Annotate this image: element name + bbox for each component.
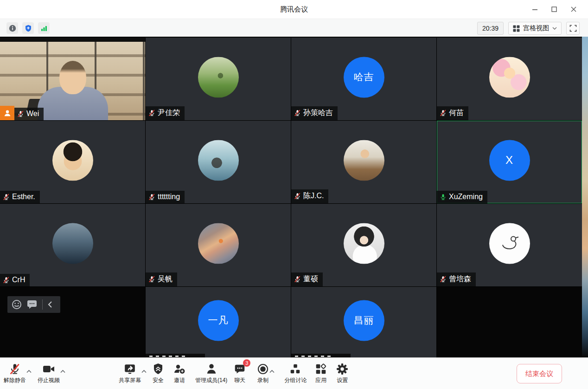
breakout-rooms-label: 分组讨论 xyxy=(284,376,307,384)
apps-label: 应用 xyxy=(315,376,326,384)
share-screen-button[interactable]: 共享屏幕 xyxy=(119,358,141,384)
title-bar: 腾讯会议 xyxy=(0,0,588,19)
video-options-caret[interactable] xyxy=(60,358,66,376)
participant-name: 尹佳荣 xyxy=(158,108,180,118)
participant-name: Esther. xyxy=(12,193,35,201)
fullscreen-button[interactable] xyxy=(566,22,580,35)
video-tile-self-black[interactable] xyxy=(0,287,145,357)
mic-muted-icon xyxy=(294,193,301,200)
unmute-options-caret[interactable] xyxy=(26,358,32,376)
security-level-button[interactable] xyxy=(22,22,34,34)
security-button[interactable]: 安全 xyxy=(153,358,164,384)
share-screen-label: 共享屏幕 xyxy=(119,376,141,384)
mic-muted-icon xyxy=(440,276,447,283)
chat-button[interactable]: 3 聊天 xyxy=(234,358,246,384)
close-button[interactable] xyxy=(564,0,583,19)
status-bar: 20:39 宫格视图 xyxy=(0,19,588,37)
breakout-rooms-button[interactable]: 分组讨论 xyxy=(284,358,307,384)
mic-muted-icon xyxy=(17,110,24,117)
security-icon xyxy=(153,363,164,375)
video-tile[interactable]: 董硕 xyxy=(291,204,436,286)
unmute-button[interactable]: 解除静音 xyxy=(4,358,26,384)
participant-name: XuZeming xyxy=(449,193,483,201)
avatar xyxy=(198,57,239,97)
video-tile[interactable]: 吴帆 xyxy=(146,204,291,286)
participant-nameplate: 何苗 xyxy=(437,106,468,120)
security-shield-icon xyxy=(25,25,32,32)
emoji-icon[interactable] xyxy=(12,299,22,310)
video-tile[interactable]: 哈吉 孙策哈吉 xyxy=(291,38,436,120)
avatar xyxy=(344,140,384,181)
chevron-down-icon xyxy=(552,27,557,30)
participant-nameplate: XuZeming xyxy=(437,191,487,203)
meeting-toolbar: 解除静音 停止视频 共享屏幕 xyxy=(0,357,588,389)
video-tile[interactable]: CrH xyxy=(0,204,145,286)
maximize-button[interactable] xyxy=(544,0,564,19)
video-grid: Wei 尹佳荣 哈吉 孙策哈吉 何苗 Esther. xyxy=(0,37,582,357)
avatar-initials: 哈吉 xyxy=(344,57,384,97)
video-tile[interactable]: tttttting xyxy=(146,121,291,203)
invite-button[interactable]: 邀请 xyxy=(173,358,186,384)
chat-label: 聊天 xyxy=(234,376,245,384)
participant-nameplate: 尹佳荣 xyxy=(146,106,185,120)
participant-nameplate: 吴帆 xyxy=(146,272,177,286)
record-label: 录制 xyxy=(257,376,268,384)
video-tile[interactable]: 陈J.C. xyxy=(291,121,436,203)
mic-muted-icon xyxy=(294,276,301,283)
end-meeting-button[interactable]: 结束会议 xyxy=(517,364,562,383)
avatar xyxy=(52,223,93,264)
record-options-caret[interactable] xyxy=(269,358,275,376)
window-controls xyxy=(525,0,583,19)
video-tile[interactable]: Esther. xyxy=(0,121,145,203)
video-tile[interactable]: 何苗 xyxy=(437,38,582,120)
participant-name: 何苗 xyxy=(449,108,464,118)
video-tile[interactable]: 昌丽 xyxy=(291,287,436,357)
camera-icon xyxy=(42,363,55,375)
share-options-caret[interactable] xyxy=(141,358,147,376)
stop-video-button[interactable]: 停止视频 xyxy=(38,358,60,384)
unmute-label: 解除静音 xyxy=(4,376,26,384)
share-screen-icon xyxy=(124,363,136,375)
minimize-button[interactable] xyxy=(525,0,544,19)
manage-members-button[interactable]: 管理成员(14) xyxy=(195,358,227,384)
record-button[interactable]: 录制 xyxy=(257,358,269,384)
participant-name: tttttting xyxy=(158,193,180,201)
maximize-icon xyxy=(551,6,557,12)
video-tile[interactable]: 尹佳荣 xyxy=(146,38,291,120)
participant-nameplate-cutoff xyxy=(291,354,351,357)
chat-bubble-icon[interactable] xyxy=(27,300,37,309)
settings-label: 设置 xyxy=(337,376,348,384)
avatar xyxy=(52,140,93,181)
collapse-left-icon[interactable] xyxy=(48,301,52,308)
window-title: 腾讯会议 xyxy=(280,5,308,14)
avatar xyxy=(344,223,384,264)
video-tile-speaking[interactable]: X XuZeming xyxy=(437,121,582,203)
settings-button[interactable]: 设置 xyxy=(336,358,348,384)
video-tile[interactable]: 曾培森 xyxy=(437,204,582,286)
participant-nameplate: CrH xyxy=(0,274,30,286)
video-tile[interactable]: 一凡 xyxy=(146,287,291,357)
meeting-info-icon xyxy=(9,25,16,32)
mic-muted-icon xyxy=(148,110,155,117)
mic-muted-icon xyxy=(440,110,447,117)
video-tile-empty[interactable] xyxy=(437,287,582,357)
meeting-info-button[interactable] xyxy=(6,22,18,34)
layout-view-button[interactable]: 宫格视图 xyxy=(508,22,562,35)
mic-muted-icon xyxy=(148,194,155,201)
avatar xyxy=(198,140,239,181)
participant-name: Wei xyxy=(26,110,39,118)
reaction-quick-bar xyxy=(7,296,60,313)
invite-label: 邀请 xyxy=(174,376,185,384)
status-left-icons xyxy=(6,22,50,34)
video-tile-wei[interactable]: Wei xyxy=(0,38,145,120)
meeting-timer: 20:39 xyxy=(477,22,504,35)
network-signal-button[interactable] xyxy=(38,22,50,34)
mic-muted-icon xyxy=(3,277,10,284)
network-signal-icon xyxy=(40,25,48,32)
invite-icon xyxy=(173,363,186,375)
manage-members-label: 管理成员(14) xyxy=(195,376,227,384)
apps-button[interactable]: 应用 xyxy=(315,358,327,384)
record-icon xyxy=(257,363,269,375)
participant-name: 吴帆 xyxy=(158,274,173,284)
mic-active-icon xyxy=(440,194,447,201)
